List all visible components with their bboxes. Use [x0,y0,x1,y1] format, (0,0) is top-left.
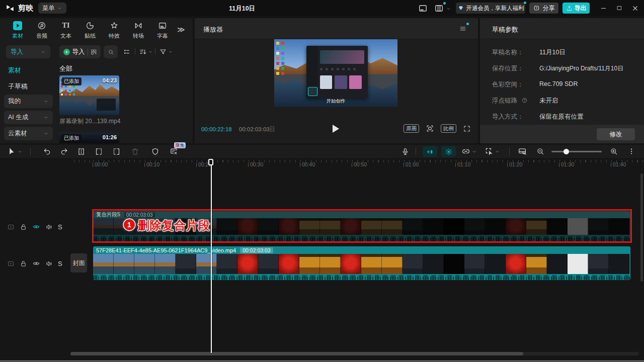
desktop-icon [281,42,284,45]
param-value: 保留在原有位置 [539,113,584,121]
share-button[interactable]: 分享 [529,3,558,14]
track-preview-icon[interactable] [7,223,15,231]
select-tool[interactable] [7,147,23,156]
cover-button[interactable]: 封面 [70,253,87,273]
trim-left-icon[interactable] [95,147,103,156]
media-item-thumbnail[interactable]: 已添加 04:23 [59,75,119,115]
menu-label: 菜单 [43,4,55,13]
select-mode-tool[interactable] [485,147,500,156]
search-input[interactable] [104,45,118,58]
panel-columns-layout-icon[interactable] [434,4,444,13]
smart-caption-icon[interactable] [170,147,178,156]
preview-axis-icon[interactable] [518,147,527,156]
close-button[interactable] [631,5,639,12]
link-clips-tool[interactable] [461,147,477,156]
sort-icon [139,48,147,56]
import-dropdown[interactable]: 导入 [6,45,50,58]
more-tabs-icon[interactable]: ≫ [177,25,185,34]
zoom-in-icon[interactable] [610,147,618,155]
filter-control[interactable] [159,48,173,56]
panel-bottom-layout-icon[interactable] [418,4,428,13]
fullscreen-icon[interactable] [463,125,471,133]
player-menu-icon[interactable] [459,25,467,33]
notification-dot [443,2,446,5]
undo-icon[interactable] [43,147,51,156]
qr-import-icon[interactable] [91,49,97,55]
slider-handle[interactable] [564,149,569,154]
desktop-icon [65,94,67,96]
clip-name: 复合片段5 [96,211,120,218]
eye-visibility-icon[interactable] [32,223,40,231]
record-mic-icon[interactable] [401,147,410,156]
annotation-number-text: 1 [127,221,131,229]
maximize-button[interactable] [616,5,623,12]
clip-name: 57F28E41-EEF4-4e85-AE95-0621F1964AC9_vid… [96,247,236,253]
speaker-mute-icon[interactable] [45,260,53,267]
tab-media[interactable]: 素材 [6,21,29,40]
play-button[interactable] [333,125,339,133]
sort-control[interactable] [139,48,153,56]
help-icon[interactable] [521,97,528,104]
sidebar-item-mine[interactable]: 我的 [4,95,53,108]
playhead-line[interactable] [211,159,212,353]
redo-icon[interactable] [60,147,68,156]
snap-toggle[interactable] [423,146,437,157]
linkage-toggle[interactable] [441,146,456,157]
clip-header: 57F28E41-EEF4-4e85-AE95-0621F1964AC9_vid… [93,246,630,254]
more-options-icon[interactable] [627,147,635,155]
video-preview[interactable]: 开始创作 [274,39,397,107]
mask-shield-icon[interactable] [151,147,159,156]
tab-effects[interactable]: 特效 [103,21,126,40]
track-preview-icon[interactable] [7,260,15,267]
music-note-icon [37,21,46,30]
chevron-down-icon[interactable] [446,6,451,12]
tab-audio[interactable]: 音频 [30,21,53,40]
video-clip[interactable]: 57F28E41-EEF4-4e85-AE95-0621F1964AC9_vid… [93,246,630,280]
tab-captions[interactable]: 字幕 [151,21,174,40]
sidebar-item-subdraft[interactable]: 子草稿 [8,82,28,91]
focus-zoom-icon[interactable] [426,124,434,133]
horizontal-scrollbar-thumb[interactable] [70,352,523,355]
clip-thumbnail [237,254,258,274]
desktop-icon [276,47,279,50]
vip-button[interactable]: 开通会员，享新人福利 [456,3,525,14]
sidebar-item-cloud[interactable]: 云素材 [4,127,53,140]
modify-button[interactable]: 修改 [597,128,635,140]
solo-button[interactable]: S [58,260,62,267]
lock-icon[interactable] [20,260,27,267]
eye-visibility-icon[interactable] [32,259,40,267]
tab-text[interactable]: TI 文本 [54,21,77,40]
clip-thumbnail [588,254,609,274]
tab-sticker[interactable]: 贴纸 [78,21,102,40]
trim-right-icon[interactable] [112,147,121,156]
split-icon[interactable] [77,147,86,156]
lock-icon[interactable] [20,223,27,231]
media-item-thumbnail[interactable]: 已添加 01:26 [59,132,119,143]
playhead-handle[interactable] [208,159,213,165]
solo-button[interactable]: S [58,223,62,231]
menu-button[interactable]: 菜单 [38,3,66,14]
tab-transition[interactable]: 转场 [127,21,150,40]
sidebar-item-material[interactable]: 素材 [8,66,21,75]
divider [416,148,416,155]
chevron-down-icon [43,131,49,136]
speaker-mute-icon[interactable] [45,223,53,231]
horizontal-scrollbar-track[interactable] [70,352,639,355]
export-button[interactable]: 导出 [562,3,590,14]
zoom-out-icon[interactable] [536,147,544,155]
param-label: 保存位置： [492,64,524,73]
ratio-button[interactable]: 比例 [441,124,456,133]
tab-label: 贴纸 [85,32,96,40]
frame-view-icon[interactable] [268,125,277,134]
timeline-zoom-slider[interactable] [551,151,602,152]
sidebar-item-ai-generate[interactable]: AI 生成 [4,111,53,124]
clip-thumbnail [464,218,485,235]
import-button[interactable]: 导入 [59,45,101,58]
vertical-scrollbar-thumb[interactable] [640,173,643,282]
clip-thumbnail [361,254,382,274]
minimize-button[interactable] [600,5,607,12]
original-quality-button[interactable]: 原画 [404,124,419,133]
delete-icon[interactable] [131,147,139,156]
view-grid-icon[interactable] [123,48,131,56]
chevron-down-icon [148,49,153,54]
